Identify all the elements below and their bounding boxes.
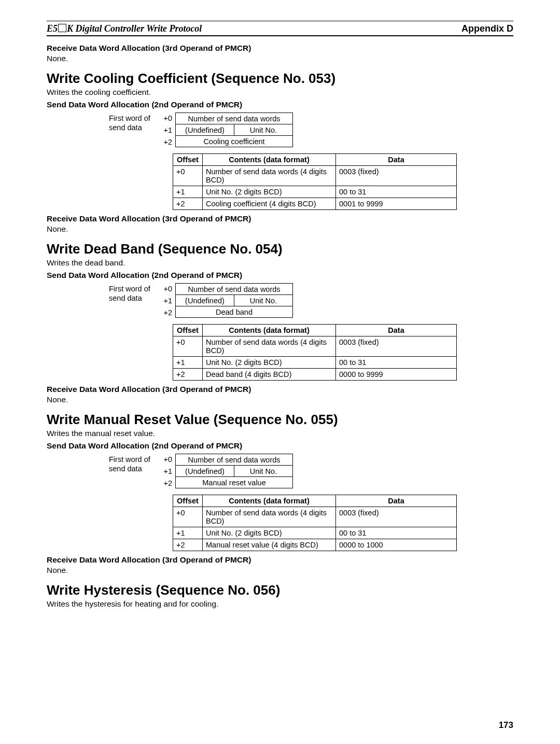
diagram-row: First word of send data+0+1+2Number of s… [47,283,513,319]
table-header: Contents (data format) [203,154,336,166]
send-heading: Send Data Word Allocation (2nd Operand o… [47,100,513,109]
table-header: Data [336,154,457,166]
diagram-cell: Unit No. [234,124,293,136]
diagram-offsets: +0+1+2 [156,113,175,148]
placeholder-box-icon [58,24,66,32]
section-title: Write Hysteresis (Sequence No. 056) [47,582,513,598]
table-cell: 00 to 31 [336,186,457,198]
receive-text: None. [47,566,513,575]
data-table: OffsetContents (data format)Data+0Number… [173,324,457,381]
diagram-offset-label: +0 [156,283,172,295]
table-row: +1Unit No. (2 digits BCD)00 to 31 [173,527,457,539]
section-title: Write Cooling Coefficient (Sequence No. … [47,71,513,87]
diagram-offset-label: +1 [156,124,172,136]
diagram-cell: Number of send data words [176,454,293,466]
table-header: Offset [173,495,203,507]
receive-heading: Receive Data Word Allocation (3rd Operan… [47,385,513,394]
diagram-offset-label: +2 [156,307,172,319]
table-cell: +1 [173,186,203,198]
diagram-cell: Number of send data words [176,113,293,124]
table-cell: +0 [173,166,203,186]
section-desc: Writes the manual reset value. [47,429,513,438]
diagram-offset-label: +1 [156,295,172,307]
table-cell: Cooling coefficient (4 digits BCD) [203,198,336,210]
table-header: Contents (data format) [203,325,336,336]
receive-heading: Receive Data Word Allocation (3rd Operan… [47,555,513,565]
diagram-cell: Unit No. [234,466,293,477]
diagram-offsets: +0+1+2 [156,283,175,319]
table-cell: +2 [173,539,203,551]
table-cell: +1 [173,527,203,539]
section-title: Write Manual Reset Value (Sequence No. 0… [47,412,513,428]
diagram-caption: First word of send data [47,454,156,473]
diagram-offset-label: +0 [156,454,172,466]
table-header: Offset [173,325,203,336]
send-heading: Send Data Word Allocation (2nd Operand o… [47,271,513,280]
diagram-cell: (Undefined) [176,124,234,136]
data-table: OffsetContents (data format)Data+0Number… [173,153,457,210]
diagram-offsets: +0+1+2 [156,454,175,489]
header-left-post: K Digital Controller Write Protocol [67,23,202,34]
diagram-offset-label: +0 [156,113,172,124]
table-header: Offset [173,154,203,166]
section-title: Write Dead Band (Sequence No. 054) [47,241,513,257]
table-cell: Unit No. (2 digits BCD) [203,186,336,198]
table-row: +0Number of send data words (4 digits BC… [173,166,457,186]
table-header: Data [336,495,457,507]
diagram-cell: Manual reset value [176,477,293,488]
table-cell: +0 [173,507,203,527]
diagram-caption: First word of send data [47,113,156,132]
table-cell: 0003 (fixed) [336,166,457,186]
receive-text: None. [47,224,513,234]
data-table: OffsetContents (data format)Data+0Number… [173,495,457,551]
diagram-cell: Unit No. [234,295,293,306]
top-receive-text: None. [47,54,513,63]
table-cell: 0003 (fixed) [336,507,457,527]
diagram-row: First word of send data+0+1+2Number of s… [47,113,513,148]
table-cell: 00 to 31 [336,357,457,369]
diagram-table: Number of send data words(Undefined)Unit… [175,113,293,147]
diagram-table: Number of send data words(Undefined)Unit… [175,283,293,318]
table-cell: 0000 to 1000 [336,539,457,551]
table-cell: Number of send data words (4 digits BCD) [203,166,336,186]
table-header: Contents (data format) [203,495,336,507]
table-cell: +1 [173,357,203,369]
header-left: E5K Digital Controller Write Protocol [47,23,202,34]
table-cell: 0001 to 9999 [336,198,457,210]
diagram-offset-label: +2 [156,478,172,489]
table-cell: Manual reset value (4 digits BCD) [203,539,336,551]
table-cell: Unit No. (2 digits BCD) [203,527,336,539]
send-heading: Send Data Word Allocation (2nd Operand o… [47,441,513,451]
table-row: +1Unit No. (2 digits BCD)00 to 31 [173,186,457,198]
section-desc: Writes the dead band. [47,258,513,268]
table-row: +2Dead band (4 digits BCD)0000 to 9999 [173,369,457,381]
top-receive-heading: Receive Data Word Allocation (3rd Operan… [47,44,513,53]
page: E5K Digital Controller Write Protocol Ap… [0,0,560,744]
diagram-offset-label: +1 [156,466,172,478]
table-row: +2Manual reset value (4 digits BCD)0000 … [173,539,457,551]
table-cell: +0 [173,336,203,357]
table-cell: Number of send data words (4 digits BCD) [203,336,336,357]
table-header: Data [336,325,457,336]
header-right: Appendix D [461,23,513,34]
table-cell: +2 [173,369,203,381]
diagram-cell: (Undefined) [176,295,234,306]
table-cell: 00 to 31 [336,527,457,539]
sections-container: Write Cooling Coefficient (Sequence No. … [47,71,513,609]
diagram-cell: Cooling coefficient [176,136,293,147]
table-cell: 0000 to 9999 [336,369,457,381]
table-row: +2Cooling coefficient (4 digits BCD)0001… [173,198,457,210]
diagram-row: First word of send data+0+1+2Number of s… [47,454,513,489]
diagram-cell: (Undefined) [176,466,234,477]
section-desc: Writes the cooling coefficient. [47,88,513,97]
table-row: +0Number of send data words (4 digits BC… [173,507,457,527]
table-row: +0Number of send data words (4 digits BC… [173,336,457,357]
receive-heading: Receive Data Word Allocation (3rd Operan… [47,214,513,223]
diagram-cell: Dead band [176,306,293,318]
table-cell: +2 [173,198,203,210]
table-cell: Unit No. (2 digits BCD) [203,357,336,369]
diagram-table: Number of send data words(Undefined)Unit… [175,454,293,488]
table-cell: 0003 (fixed) [336,336,457,357]
section-desc: Writes the hysteresis for heating and fo… [47,599,513,609]
table-cell: Number of send data words (4 digits BCD) [203,507,336,527]
